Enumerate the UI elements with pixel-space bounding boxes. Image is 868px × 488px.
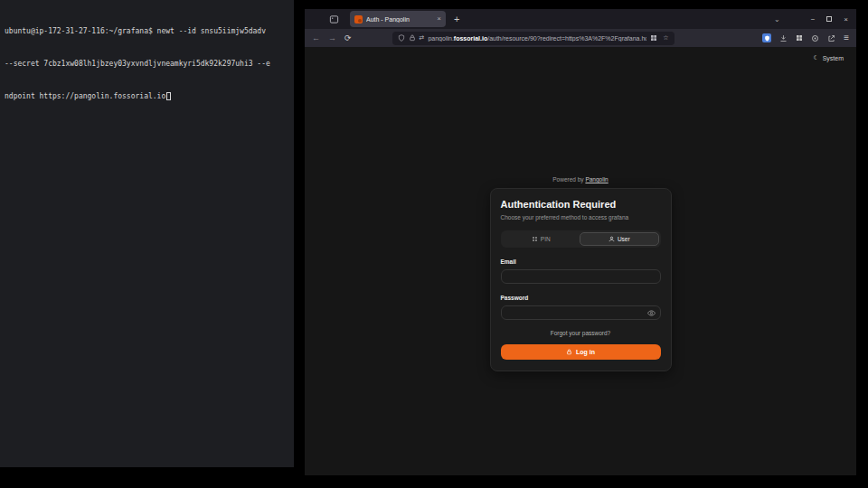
email-label: Email	[501, 258, 661, 265]
window-close-button[interactable]: ×	[844, 15, 848, 23]
tab-auth-pangolin[interactable]: Auth - Pangolin ×	[350, 11, 446, 27]
tab-bar: Auth - Pangolin × + ⌄ − ×	[305, 9, 856, 29]
tab-close-icon[interactable]: ×	[437, 15, 441, 23]
new-tab-button[interactable]: +	[454, 14, 459, 24]
switch-icon[interactable]: ⇄	[420, 34, 425, 42]
password-label: Password	[501, 295, 661, 301]
browser-window: Auth - Pangolin × + ⌄ − × ← → ⟳	[305, 9, 856, 475]
card-title: Authentication Required	[501, 199, 661, 210]
firefox-view-icon[interactable]	[328, 14, 339, 24]
pangolin-favicon-icon	[354, 15, 363, 23]
tab-pin[interactable]: PIN	[503, 232, 580, 246]
theme-toggle-label: System	[823, 55, 844, 61]
tab-user[interactable]: User	[580, 232, 659, 246]
shortcuts-grid-icon[interactable]	[650, 34, 657, 42]
reload-icon[interactable]: ⟳	[344, 34, 352, 42]
downloads-icon[interactable]	[779, 34, 788, 42]
show-password-eye-icon[interactable]	[647, 309, 656, 317]
auth-page: ☾ System Powered by Pangolin Authenticat…	[305, 47, 856, 475]
url-bar[interactable]: ⇄ pangolin.fossorial.io/auth/resource/90…	[392, 32, 675, 45]
extensions-icon[interactable]	[796, 34, 803, 42]
forward-icon[interactable]: →	[328, 34, 336, 42]
bookmark-star-icon[interactable]: ☆	[663, 34, 668, 42]
login-button-label: Log in	[576, 349, 595, 355]
forgot-password-link[interactable]: Forgot your password?	[501, 330, 661, 336]
browser-toolbar: ← → ⟳ ⇄ pangolin.fossorial.io/auth/resou…	[305, 29, 856, 47]
tab-pin-label: PIN	[541, 236, 551, 242]
extension-badge-icon[interactable]	[762, 33, 771, 42]
card-subtitle: Choose your preferred method to access g…	[501, 214, 661, 221]
powered-by: Powered by Pangolin	[552, 176, 608, 183]
terminal-window[interactable]: ubuntu@ip-172-31-27-116:~/grafana$ newt …	[0, 0, 294, 467]
tab-user-label: User	[618, 236, 630, 242]
https-lock-icon[interactable]	[409, 34, 416, 42]
email-field[interactable]	[501, 269, 661, 284]
menu-hamburger-icon[interactable]: ≡	[844, 33, 849, 42]
theme-toggle[interactable]: ☾ System	[813, 54, 844, 61]
terminal-line: --secret 7cbz1xw08lh1jbzey03yxvndljvneam…	[5, 59, 289, 70]
window-controls: − ×	[811, 15, 848, 23]
password-field[interactable]	[501, 305, 661, 320]
url-text: pangolin.fossorial.io/auth/resource/90?r…	[428, 35, 646, 42]
auth-card: Authentication Required Choose your pref…	[490, 188, 672, 371]
minimize-button[interactable]: −	[811, 15, 816, 23]
toolbar-actions: ≡	[762, 33, 849, 42]
maximize-button[interactable]	[826, 16, 832, 22]
tab-title: Auth - Pangolin	[366, 16, 433, 23]
list-tabs-chevron-icon[interactable]: ⌄	[774, 15, 780, 23]
share-icon[interactable]	[827, 34, 835, 42]
terminal-line: ubuntu@ip-172-31-27-116:~/grafana$ newt …	[5, 26, 289, 37]
auth-method-tabs: PIN User	[501, 230, 661, 248]
terminal-cursor	[166, 92, 171, 100]
back-icon[interactable]: ←	[312, 34, 320, 42]
login-lock-icon	[566, 349, 572, 355]
tracking-protection-shield-icon[interactable]	[398, 34, 405, 42]
pin-keypad-icon	[532, 236, 538, 242]
account-icon[interactable]	[811, 34, 819, 42]
terminal-line: ndpoint https://pangolin.fossorial.io	[5, 91, 289, 102]
pangolin-link[interactable]: Pangolin	[585, 176, 608, 183]
moon-icon: ☾	[813, 54, 818, 61]
user-icon	[609, 236, 615, 242]
auth-content: Powered by Pangolin Authentication Requi…	[305, 176, 856, 371]
login-button[interactable]: Log in	[501, 344, 661, 360]
